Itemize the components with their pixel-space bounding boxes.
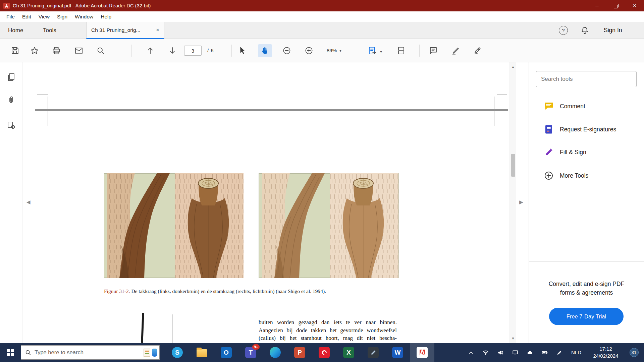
email-button[interactable]	[74, 46, 84, 55]
select-tool-button[interactable]	[238, 46, 247, 55]
acrobat-icon	[417, 347, 428, 358]
taskbar-skype[interactable]: S	[165, 343, 190, 362]
clock-time: 17:12	[586, 346, 626, 352]
taskbar-excel[interactable]: X	[336, 343, 361, 362]
tab-document[interactable]: Ch 31 Pruning_orig... ×	[86, 22, 164, 39]
taskbar-search-box[interactable]	[21, 345, 160, 360]
network-icon[interactable]	[478, 343, 493, 362]
notification-count-badge: 31	[630, 348, 639, 357]
onedrive-cloud-icon[interactable]	[523, 343, 537, 362]
notifications-bell-icon[interactable]	[580, 26, 589, 35]
close-button[interactable]: ×	[625, 0, 644, 11]
page-count: / 6	[207, 39, 214, 62]
tool-fill-sign[interactable]: Fill & Sign	[544, 145, 586, 160]
sign-in-button[interactable]: Sign In	[604, 22, 622, 39]
minimize-button[interactable]: –	[588, 0, 606, 11]
document-tab-label: Ch 31 Pruning_orig...	[91, 27, 152, 33]
scrollbar-thumb[interactable]	[511, 154, 515, 177]
tool-request-esignatures[interactable]: Request E-signatures	[544, 122, 616, 137]
taskbar-word[interactable]: W	[385, 343, 410, 362]
taskbar-outlook[interactable]: O	[214, 343, 238, 362]
taskbar-dark-app[interactable]	[361, 343, 385, 362]
menu-sign[interactable]: Sign	[53, 14, 71, 20]
highlight-tool-button[interactable]	[451, 46, 461, 55]
body-line: Aangezien bij dode takken het gevormde w…	[259, 326, 397, 335]
print-button[interactable]	[52, 46, 61, 55]
tab-bar: Home Tools Ch 31 Pruning_orig... × ? Sig…	[0, 22, 644, 39]
windows-ink-pen-icon[interactable]	[552, 343, 567, 362]
page-display-button[interactable]	[368, 46, 377, 55]
collapse-panel-chevron[interactable]: ▶	[519, 199, 523, 205]
menu-edit[interactable]: Edit	[18, 14, 35, 20]
edge-icon	[270, 347, 281, 358]
zoom-out-button[interactable]	[282, 46, 291, 55]
attachments-paperclip-icon[interactable]	[7, 96, 16, 105]
next-page-button[interactable]	[168, 46, 177, 55]
language-indicator[interactable]: NLD	[567, 350, 586, 355]
vertical-scrollbar[interactable]: ▲ ▼	[509, 62, 516, 343]
comment-tool-button[interactable]	[429, 46, 438, 55]
taskbar-powerpoint[interactable]: P	[287, 343, 312, 362]
search-tools-input[interactable]	[536, 71, 637, 87]
save-button[interactable]	[11, 46, 20, 55]
menu-help[interactable]: Help	[97, 14, 115, 20]
action-center-button[interactable]: 31	[626, 348, 642, 357]
search-button[interactable]	[96, 46, 105, 55]
volume-icon[interactable]	[493, 343, 508, 362]
zoom-in-button[interactable]	[305, 46, 314, 55]
taskbar-file-explorer[interactable]	[190, 343, 214, 362]
close-tab-icon[interactable]: ×	[156, 27, 159, 34]
tools-panel: Comment Request E-signatures Fill & Sign	[529, 62, 644, 343]
hand-tool-icon	[261, 46, 270, 55]
scrolling-mode-button[interactable]	[397, 46, 406, 55]
sign-tool-button[interactable]	[473, 46, 482, 55]
page-number-input[interactable]	[184, 46, 202, 56]
powerpoint-icon: P	[294, 347, 305, 358]
star-favorites-button[interactable]	[30, 46, 39, 55]
pdf-info-icon[interactable]	[7, 121, 16, 130]
battery-icon[interactable]	[537, 343, 552, 362]
previous-view-chevron[interactable]: ◀	[26, 199, 31, 205]
menu-window[interactable]: Window	[71, 14, 97, 20]
page-thumbnails-icon[interactable]	[7, 73, 16, 82]
tool-comment[interactable]: Comment	[544, 99, 585, 114]
restore-icon	[614, 4, 618, 8]
taskbar-search-input[interactable]	[35, 349, 155, 356]
taskbar-teams[interactable]: T 9+	[238, 343, 263, 362]
tab-home[interactable]: Home	[8, 22, 23, 39]
fill-sign-pen-icon	[544, 147, 554, 157]
zoom-level-dropdown[interactable]: 89% ▾	[325, 39, 343, 62]
menu-bar: File Edit View Sign Window Help	[0, 11, 644, 22]
menu-view[interactable]: View	[35, 14, 53, 20]
tab-tools[interactable]: Tools	[43, 22, 56, 39]
window-title: Ch 31 Pruning_original.pdf - Adobe Acrob…	[13, 3, 151, 8]
tool-more-tools[interactable]: More Tools	[544, 168, 588, 183]
figure-caption-text: De takkraag (links, donkerbruin) en de s…	[130, 288, 326, 294]
free-trial-button[interactable]: Free 7-Day Trial	[549, 308, 624, 325]
scroll-down-arrow[interactable]: ▼	[510, 337, 516, 340]
word-icon: W	[392, 347, 403, 358]
document-canvas[interactable]: Figuur 31-2. De takkraag (links, donkerb…	[22, 62, 509, 343]
help-icon[interactable]: ?	[559, 26, 568, 35]
taskbar-acrobat-active[interactable]	[410, 343, 434, 362]
menu-file[interactable]: File	[3, 14, 18, 20]
taskbar-app-row: S O T 9+ P X W	[165, 343, 434, 362]
taskbar-clock[interactable]: 17:12 24/02/2024	[586, 346, 626, 359]
file-explorer-icon	[197, 349, 207, 357]
outlook-icon: O	[221, 347, 232, 358]
chevron-down-icon[interactable]: ▾	[380, 48, 382, 54]
main-toolbar: / 6 89% ▾ ▾	[0, 39, 644, 62]
hand-tool-button[interactable]	[258, 44, 272, 57]
scroll-up-arrow[interactable]: ▲	[510, 65, 516, 69]
restore-button[interactable]	[606, 0, 625, 11]
page-total-value: 6	[211, 48, 213, 53]
taskbar-red-app[interactable]	[312, 343, 336, 362]
chevron-down-icon: ▾	[339, 48, 341, 53]
taskbar-edge[interactable]	[263, 343, 287, 362]
start-button[interactable]	[0, 343, 21, 362]
figure-takkraag-dark	[104, 173, 244, 278]
monitor-icon[interactable]	[508, 343, 523, 362]
acrobat-logo-icon	[3, 3, 10, 9]
hidden-icons-chevron[interactable]	[464, 343, 478, 362]
previous-page-button[interactable]	[146, 46, 155, 55]
